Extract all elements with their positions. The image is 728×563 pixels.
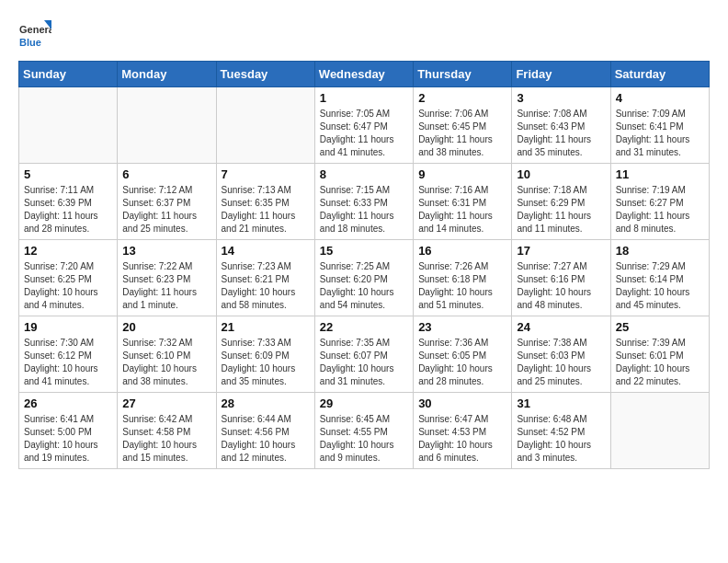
calendar-cell: 30Sunrise: 6:47 AMSunset: 4:53 PMDayligh… bbox=[414, 393, 512, 469]
calendar-cell: 6Sunrise: 7:12 AMSunset: 6:37 PMDaylight… bbox=[118, 164, 216, 240]
calendar-week-row: 12Sunrise: 7:20 AMSunset: 6:25 PMDayligh… bbox=[19, 240, 710, 316]
day-number: 22 bbox=[320, 320, 408, 334]
day-info: Sunrise: 7:06 AMSunset: 6:45 PMDaylight:… bbox=[418, 108, 506, 159]
weekday-header-sunday: Sunday bbox=[19, 62, 118, 87]
day-number: 19 bbox=[24, 320, 112, 334]
day-number: 7 bbox=[222, 167, 310, 181]
weekday-header-friday: Friday bbox=[512, 62, 610, 87]
svg-text:Blue: Blue bbox=[19, 37, 41, 48]
calendar-cell: 8Sunrise: 7:15 AMSunset: 6:33 PMDaylight… bbox=[314, 164, 413, 240]
day-number: 24 bbox=[517, 320, 605, 334]
day-number: 5 bbox=[24, 167, 112, 181]
day-number: 20 bbox=[122, 320, 210, 334]
day-info: Sunrise: 6:47 AMSunset: 4:53 PMDaylight:… bbox=[418, 413, 506, 465]
day-info: Sunrise: 7:12 AMSunset: 6:37 PMDaylight:… bbox=[122, 184, 210, 236]
day-number: 21 bbox=[222, 320, 310, 334]
day-number: 11 bbox=[616, 167, 704, 181]
calendar-cell: 14Sunrise: 7:23 AMSunset: 6:21 PMDayligh… bbox=[216, 240, 314, 316]
day-info: Sunrise: 7:26 AMSunset: 6:18 PMDaylight:… bbox=[418, 260, 506, 312]
day-info: Sunrise: 6:41 AMSunset: 5:00 PMDaylight:… bbox=[24, 413, 112, 465]
day-number: 23 bbox=[418, 320, 506, 334]
day-info: Sunrise: 7:16 AMSunset: 6:31 PMDaylight:… bbox=[418, 184, 506, 236]
day-info: Sunrise: 7:20 AMSunset: 6:25 PMDaylight:… bbox=[24, 260, 112, 312]
day-info: Sunrise: 7:33 AMSunset: 6:09 PMDaylight:… bbox=[222, 337, 310, 388]
calendar-cell: 26Sunrise: 6:41 AMSunset: 5:00 PMDayligh… bbox=[19, 393, 118, 469]
day-info: Sunrise: 6:44 AMSunset: 4:56 PMDaylight:… bbox=[222, 413, 310, 465]
calendar-cell bbox=[610, 393, 709, 469]
day-info: Sunrise: 7:13 AMSunset: 6:35 PMDaylight:… bbox=[222, 184, 310, 236]
calendar-cell: 12Sunrise: 7:20 AMSunset: 6:25 PMDayligh… bbox=[19, 240, 118, 316]
day-info: Sunrise: 7:18 AMSunset: 6:29 PMDaylight:… bbox=[517, 184, 605, 236]
logo: General Blue bbox=[18, 18, 51, 52]
calendar-cell bbox=[19, 87, 118, 164]
day-number: 12 bbox=[24, 244, 112, 258]
calendar-week-row: 1Sunrise: 7:05 AMSunset: 6:47 PMDaylight… bbox=[19, 87, 710, 164]
calendar-cell bbox=[216, 87, 314, 164]
day-info: Sunrise: 7:23 AMSunset: 6:21 PMDaylight:… bbox=[222, 260, 310, 312]
day-number: 2 bbox=[418, 91, 506, 105]
calendar: SundayMondayTuesdayWednesdayThursdayFrid… bbox=[18, 61, 710, 469]
day-info: Sunrise: 6:48 AMSunset: 4:52 PMDaylight:… bbox=[517, 413, 605, 465]
day-info: Sunrise: 7:11 AMSunset: 6:39 PMDaylight:… bbox=[24, 184, 112, 236]
calendar-cell: 7Sunrise: 7:13 AMSunset: 6:35 PMDaylight… bbox=[216, 164, 314, 240]
day-info: Sunrise: 7:30 AMSunset: 6:12 PMDaylight:… bbox=[24, 337, 112, 388]
weekday-header-wednesday: Wednesday bbox=[314, 62, 413, 87]
day-number: 15 bbox=[320, 244, 408, 258]
day-number: 10 bbox=[517, 167, 605, 181]
day-number: 13 bbox=[122, 244, 210, 258]
day-number: 17 bbox=[517, 244, 605, 258]
calendar-cell: 17Sunrise: 7:27 AMSunset: 6:16 PMDayligh… bbox=[512, 240, 610, 316]
day-info: Sunrise: 7:38 AMSunset: 6:03 PMDaylight:… bbox=[517, 337, 605, 388]
day-number: 25 bbox=[616, 320, 704, 334]
calendar-cell: 13Sunrise: 7:22 AMSunset: 6:23 PMDayligh… bbox=[118, 240, 216, 316]
calendar-cell: 11Sunrise: 7:19 AMSunset: 6:27 PMDayligh… bbox=[610, 164, 709, 240]
day-number: 4 bbox=[616, 91, 704, 105]
calendar-cell: 4Sunrise: 7:09 AMSunset: 6:41 PMDaylight… bbox=[610, 87, 709, 164]
day-number: 9 bbox=[418, 167, 506, 181]
day-number: 28 bbox=[222, 396, 310, 410]
calendar-cell: 25Sunrise: 7:39 AMSunset: 6:01 PMDayligh… bbox=[610, 316, 709, 393]
calendar-week-row: 26Sunrise: 6:41 AMSunset: 5:00 PMDayligh… bbox=[19, 393, 710, 469]
calendar-cell: 9Sunrise: 7:16 AMSunset: 6:31 PMDaylight… bbox=[414, 164, 512, 240]
calendar-cell: 31Sunrise: 6:48 AMSunset: 4:52 PMDayligh… bbox=[512, 393, 610, 469]
day-number: 3 bbox=[517, 91, 605, 105]
logo-icon: General Blue bbox=[18, 18, 51, 52]
day-info: Sunrise: 7:22 AMSunset: 6:23 PMDaylight:… bbox=[122, 260, 210, 312]
day-info: Sunrise: 7:27 AMSunset: 6:16 PMDaylight:… bbox=[517, 260, 605, 312]
calendar-cell: 18Sunrise: 7:29 AMSunset: 6:14 PMDayligh… bbox=[610, 240, 709, 316]
day-info: Sunrise: 7:25 AMSunset: 6:20 PMDaylight:… bbox=[320, 260, 408, 312]
calendar-cell: 15Sunrise: 7:25 AMSunset: 6:20 PMDayligh… bbox=[314, 240, 413, 316]
day-number: 29 bbox=[320, 396, 408, 410]
calendar-cell: 10Sunrise: 7:18 AMSunset: 6:29 PMDayligh… bbox=[512, 164, 610, 240]
day-info: Sunrise: 7:32 AMSunset: 6:10 PMDaylight:… bbox=[122, 337, 210, 388]
day-info: Sunrise: 7:35 AMSunset: 6:07 PMDaylight:… bbox=[320, 337, 408, 388]
day-info: Sunrise: 6:42 AMSunset: 4:58 PMDaylight:… bbox=[122, 413, 210, 465]
day-info: Sunrise: 7:09 AMSunset: 6:41 PMDaylight:… bbox=[616, 108, 704, 159]
calendar-cell: 24Sunrise: 7:38 AMSunset: 6:03 PMDayligh… bbox=[512, 316, 610, 393]
day-info: Sunrise: 7:05 AMSunset: 6:47 PMDaylight:… bbox=[320, 108, 408, 159]
calendar-cell: 3Sunrise: 7:08 AMSunset: 6:43 PMDaylight… bbox=[512, 87, 610, 164]
calendar-cell: 2Sunrise: 7:06 AMSunset: 6:45 PMDaylight… bbox=[414, 87, 512, 164]
weekday-header-saturday: Saturday bbox=[610, 62, 709, 87]
day-number: 31 bbox=[517, 396, 605, 410]
day-info: Sunrise: 7:36 AMSunset: 6:05 PMDaylight:… bbox=[418, 337, 506, 388]
calendar-cell: 27Sunrise: 6:42 AMSunset: 4:58 PMDayligh… bbox=[118, 393, 216, 469]
day-number: 14 bbox=[222, 244, 310, 258]
calendar-cell bbox=[118, 87, 216, 164]
day-info: Sunrise: 6:45 AMSunset: 4:55 PMDaylight:… bbox=[320, 413, 408, 465]
day-number: 30 bbox=[418, 396, 506, 410]
day-number: 8 bbox=[320, 167, 408, 181]
weekday-header-thursday: Thursday bbox=[414, 62, 512, 87]
day-number: 26 bbox=[24, 396, 112, 410]
day-info: Sunrise: 7:15 AMSunset: 6:33 PMDaylight:… bbox=[320, 184, 408, 236]
day-number: 27 bbox=[122, 396, 210, 410]
weekday-header-monday: Monday bbox=[118, 62, 216, 87]
weekday-header-row: SundayMondayTuesdayWednesdayThursdayFrid… bbox=[19, 62, 710, 87]
calendar-cell: 28Sunrise: 6:44 AMSunset: 4:56 PMDayligh… bbox=[216, 393, 314, 469]
calendar-cell: 22Sunrise: 7:35 AMSunset: 6:07 PMDayligh… bbox=[314, 316, 413, 393]
calendar-cell: 20Sunrise: 7:32 AMSunset: 6:10 PMDayligh… bbox=[118, 316, 216, 393]
calendar-cell: 5Sunrise: 7:11 AMSunset: 6:39 PMDaylight… bbox=[19, 164, 118, 240]
calendar-cell: 21Sunrise: 7:33 AMSunset: 6:09 PMDayligh… bbox=[216, 316, 314, 393]
day-number: 18 bbox=[616, 244, 704, 258]
calendar-cell: 23Sunrise: 7:36 AMSunset: 6:05 PMDayligh… bbox=[414, 316, 512, 393]
